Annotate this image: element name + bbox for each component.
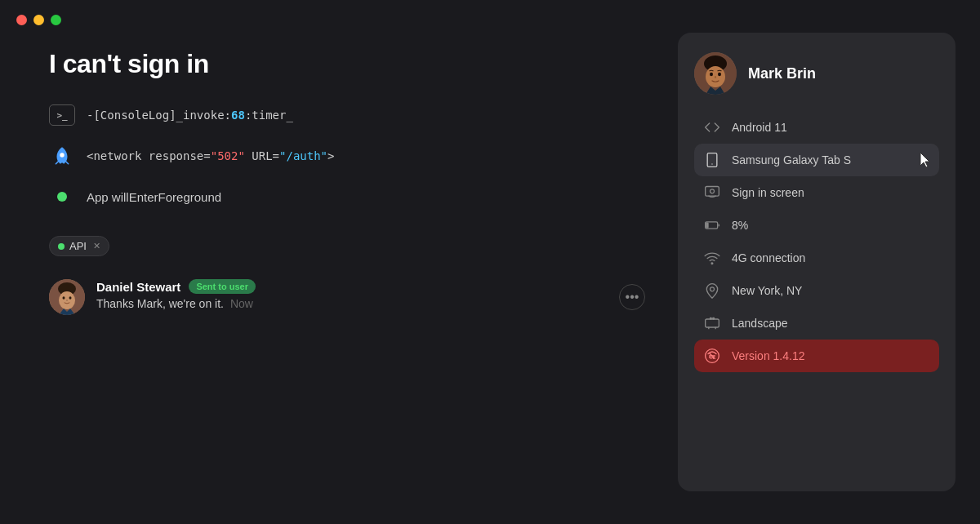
tag-close-button[interactable]: ✕	[93, 241, 100, 251]
right-panel: Mark Brin Android 11 Samsung Galaxy Tab …	[678, 33, 956, 491]
svg-point-9	[710, 73, 713, 76]
svg-point-14	[710, 189, 715, 193]
traffic-light-yellow[interactable]	[33, 15, 44, 25]
comment-author: Daniel Stewart	[96, 280, 180, 294]
svg-rect-11	[707, 153, 717, 167]
comment-body: Daniel Stewart Sent to user Thanks Mark,…	[96, 279, 608, 310]
code-icon	[704, 119, 720, 135]
sent-badge: Sent to user	[189, 279, 256, 294]
svg-point-18	[710, 287, 715, 291]
main-content: I can't sign in >_ -[ConsoleLog]_invoke:…	[0, 0, 980, 524]
user-name: Mark Brin	[748, 65, 816, 82]
svg-rect-21	[713, 318, 715, 319]
page-title: I can't sign in	[49, 49, 645, 79]
orientation-label: Landscape	[732, 317, 929, 330]
cursor-icon	[920, 152, 929, 168]
console-log-text: -[ConsoleLog]_invoke:68:timer_	[87, 109, 293, 122]
foreground-log-text: App willEnterForeground	[87, 190, 221, 204]
svg-point-4	[63, 296, 65, 300]
tag-label: API	[69, 240, 87, 252]
rocket-icon	[49, 143, 75, 169]
location-icon	[704, 282, 720, 299]
log-entry-foreground: App willEnterForeground	[49, 184, 645, 210]
orientation-icon	[704, 315, 720, 331]
info-row-device[interactable]: Samsung Galaxy Tab S	[694, 144, 939, 176]
comment-time: Now	[230, 297, 253, 310]
device-icon	[704, 152, 720, 168]
screen-label: Sign in screen	[732, 186, 929, 199]
battery-label: 8%	[732, 219, 929, 232]
info-row-android[interactable]: Android 11	[694, 111, 939, 144]
network-log-text: <network response="502" URL="/auth">	[87, 149, 335, 162]
svg-point-5	[69, 296, 72, 300]
traffic-light-red[interactable]	[16, 15, 27, 25]
battery-icon	[704, 217, 720, 233]
device-label: Samsung Galaxy Tab S	[732, 153, 905, 167]
left-panel: I can't sign in >_ -[ConsoleLog]_invoke:…	[0, 0, 678, 524]
tags-row: API ✕	[49, 236, 645, 256]
info-row-connection[interactable]: 4G connection	[694, 242, 939, 274]
svg-point-0	[60, 153, 64, 157]
tag-dot	[58, 243, 65, 250]
svg-point-10	[718, 73, 721, 76]
comment-message: Thanks Mark, we're on it.	[96, 297, 224, 310]
user-header: Mark Brin	[694, 52, 939, 95]
svg-rect-16	[706, 223, 708, 228]
log-entry-network: <network response="502" URL="/auth">	[49, 143, 645, 169]
terminal-icon: >_	[49, 102, 75, 128]
location-label: New York, NY	[732, 284, 929, 297]
version-label: Version 1.4.12	[732, 349, 929, 362]
android-label: Android 11	[732, 121, 929, 134]
comment-section: Daniel Stewart Sent to user Thanks Mark,…	[49, 279, 645, 315]
wifi-icon	[704, 250, 720, 266]
log-entries: >_ -[ConsoleLog]_invoke:68:timer_	[49, 102, 645, 210]
svg-rect-20	[710, 318, 712, 319]
comment-avatar	[49, 279, 85, 315]
info-row-battery[interactable]: 8%	[694, 209, 939, 242]
comment-header: Daniel Stewart Sent to user	[96, 279, 608, 294]
user-avatar	[694, 52, 737, 95]
info-row-version[interactable]: Version 1.4.12	[694, 340, 939, 372]
more-options-button[interactable]: •••	[619, 284, 645, 310]
svg-rect-13	[706, 187, 719, 197]
svg-point-17	[711, 263, 713, 264]
green-dot-icon	[49, 184, 75, 210]
connection-label: 4G connection	[732, 251, 929, 264]
info-row-orientation[interactable]: Landscape	[694, 307, 939, 340]
log-entry-console: >_ -[ConsoleLog]_invoke:68:timer_	[49, 102, 645, 128]
info-row-location[interactable]: New York, NY	[694, 274, 939, 307]
traffic-lights	[16, 15, 61, 25]
traffic-light-green[interactable]	[51, 15, 61, 25]
ellipsis-icon: •••	[626, 290, 639, 304]
tag-api: API ✕	[49, 236, 109, 256]
svg-rect-19	[706, 319, 719, 327]
info-row-screen[interactable]: Sign in screen	[694, 176, 939, 209]
version-error-icon	[704, 348, 720, 364]
comment-text: Thanks Mark, we're on it. Now	[96, 297, 608, 310]
screen-icon	[704, 184, 720, 201]
